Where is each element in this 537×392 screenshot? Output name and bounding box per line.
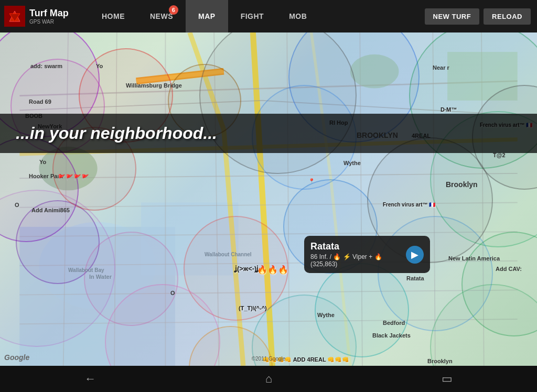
nav-news[interactable]: NEWS 6 <box>137 0 186 32</box>
flag-markers: 🚩🚩🚩🚩 <box>58 174 89 181</box>
back-button[interactable]: ← <box>69 368 112 390</box>
nav-right: NEW TURF RELOAD <box>425 8 538 25</box>
map-marker: 📍 <box>308 178 315 184</box>
nav-news-label: NEWS <box>150 12 173 20</box>
copyright-text: ©2011 Google <box>252 356 286 362</box>
svg-rect-8 <box>447 52 518 101</box>
popup-name: Ratata <box>310 241 402 252</box>
svg-point-7 <box>350 55 399 89</box>
nav-home[interactable]: HOME <box>89 0 137 32</box>
recent-apps-button[interactable]: ▭ <box>426 368 468 390</box>
google-logo: Google <box>4 353 29 362</box>
logo-title: Turf Map <box>29 8 69 19</box>
nav-mob[interactable]: MOB <box>276 0 319 32</box>
nav-map[interactable]: MAP <box>186 0 228 32</box>
svg-point-6 <box>39 147 97 190</box>
map-svg <box>0 32 537 366</box>
navbar: Turf Map GPS WAR HOME NEWS 6 MAP FIGHT M… <box>0 0 537 32</box>
home-button[interactable]: ⌂ <box>250 368 288 390</box>
logo-text-area: Turf Map GPS WAR <box>29 8 69 25</box>
reload-button[interactable]: RELOAD <box>484 8 531 25</box>
banner-text: ...in your neighborhood... <box>16 124 217 143</box>
logo-area: Turf Map GPS WAR <box>0 6 89 27</box>
popup-info: Ratata 86 Inf. / 🔥 ⚡ Viper + 🔥 (325,863) <box>310 241 402 268</box>
logo-subtitle: GPS WAR <box>29 19 69 25</box>
nav-fight[interactable]: FIGHT <box>228 0 277 32</box>
map-container[interactable]: ...in your neighborhood... Williamsburg … <box>0 32 537 366</box>
nav-news-badge: 6 <box>169 5 178 15</box>
logo-icon <box>4 6 25 27</box>
popup-card: Ratata 86 Inf. / 🔥 ⚡ Viper + 🔥 (325,863)… <box>304 236 430 273</box>
popup-details: 86 Inf. / 🔥 ⚡ Viper + 🔥 (325,863) <box>310 253 402 268</box>
popup-arrow-button[interactable]: ▶ <box>406 246 424 264</box>
banner-overlay: ...in your neighborhood... <box>0 114 537 153</box>
bottom-bar: ← ⌂ ▭ <box>0 366 537 392</box>
new-turf-button[interactable]: NEW TURF <box>425 8 480 25</box>
nav-links: HOME NEWS 6 MAP FIGHT MOB <box>89 0 425 32</box>
